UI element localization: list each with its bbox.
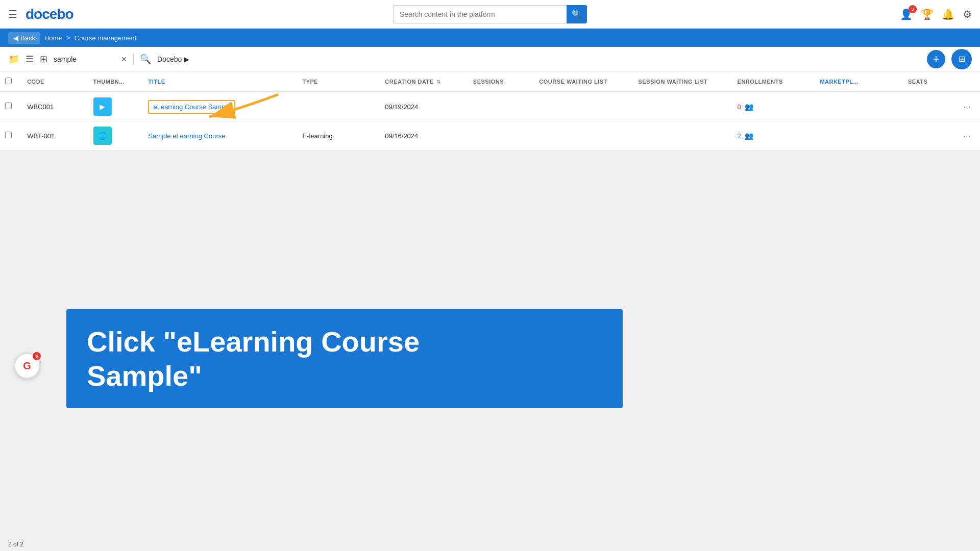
grid-icon: ⊞ [40,54,47,64]
table-row: WBT-001 🌐 Sample eLearning Course E-lear… [0,121,980,151]
cwl-cell [534,92,633,121]
course-title-link[interactable]: Sample eLearning Course [148,132,225,140]
user-badge: 0 [909,5,917,13]
row-checkbox[interactable] [5,103,12,109]
view-icon: ⊞ [959,54,965,64]
settings-icon-button[interactable]: ⚙ [963,8,972,20]
col-header-actions [958,71,980,92]
sort-icon: ⇅ [436,79,441,85]
col-header-course-waiting-list[interactable]: COURSE WAITING LIST [534,71,633,92]
grammarly-notification-badge: 6 [33,352,41,360]
select-all-checkbox[interactable] [5,78,12,84]
col-header-code[interactable]: CODE [22,71,88,92]
cwl-cell [534,121,633,151]
folder-icon-button[interactable]: 📁 [8,54,19,65]
row-more-button[interactable]: ··· [963,102,971,112]
filter-icon-button[interactable]: ☰ [26,54,34,65]
filter-icon: ☰ [26,54,34,64]
sessions-cell [468,121,534,151]
type-cell: E-learning [297,121,380,151]
search-input[interactable] [393,5,567,23]
swl-cell [633,92,732,121]
instruction-text: Click "eLearning CourseSample" [87,324,602,393]
search-icon: 🔍 [572,9,582,19]
play-icon: ▶ [100,103,105,111]
row-more-button[interactable]: ··· [963,131,971,141]
course-title-link[interactable]: eLearning Course Sample [148,100,235,114]
breadcrumb-bar: ◀ Back Home > Course management [0,29,980,47]
search-container: 🔍 [393,5,587,23]
pagination: 2 of 2 [0,538,980,551]
col-header-thumbnail[interactable]: THUMBN... [88,71,143,92]
toolbar: 📁 ☰ ⊞ ✕ 🔍 Docebo ▶ + ⊞ [0,47,980,71]
trophy-icon: 🏆 [921,9,934,20]
user-icon-button[interactable]: 👤 0 [900,8,913,20]
marketplace-cell [815,121,903,151]
notification-icon-button[interactable]: 🔔 [942,8,954,20]
logo: docebo [26,6,74,22]
search-button[interactable]: 🔍 [567,5,587,23]
code-cell: WBT-001 [22,121,88,151]
enrollment-count: 2 [738,132,741,140]
chevron-right-icon: ▶ [184,55,189,63]
sessions-cell [468,92,534,121]
creation-date-cell: 09/19/2024 [380,92,468,121]
nav-right: 👤 0 🏆 🔔 ⚙ [900,8,972,20]
group-icon: 👥 [745,132,753,140]
grammarly-icon: G [23,360,31,372]
marketplace-cell [815,92,903,121]
search-filter-icon: 🔍 [140,54,151,64]
col-header-enrollments[interactable]: ENROLLMENTS [732,71,815,92]
view-toggle-button[interactable]: ⊞ [951,49,972,69]
col-header-marketplace[interactable]: MARKETPL... [815,71,903,92]
grid-icon-button[interactable]: ⊞ [40,54,47,65]
instruction-box: Click "eLearning CourseSample" [66,309,623,408]
course-management-breadcrumb[interactable]: Course management [75,34,136,42]
col-header-sessions[interactable]: SESSIONS [468,71,534,92]
trophy-icon-button[interactable]: 🏆 [921,8,934,20]
grammarly-badge: G 6 [14,353,40,379]
col-header-title[interactable]: TITLE [143,71,297,92]
back-arrow-icon: ◀ [13,34,18,42]
title-cell[interactable]: eLearning Course Sample [143,92,297,121]
creation-date-cell: 09/16/2024 [380,121,468,151]
col-header-creation-date[interactable]: CREATION DATE ⇅ [380,71,468,92]
swl-cell [633,121,732,151]
enrollments-cell: 2 👥 [732,121,815,151]
course-thumbnail: ▶ [93,97,112,116]
main-content: 📁 ☰ ⊞ ✕ 🔍 Docebo ▶ + ⊞ [0,47,980,551]
home-breadcrumb[interactable]: Home [44,34,62,42]
clear-filter-button[interactable]: ✕ [121,54,127,64]
toolbar-divider [133,54,134,64]
bell-icon: 🔔 [942,9,954,20]
col-header-seats[interactable]: SEATS [903,71,958,92]
course-thumbnail: 🌐 [93,127,112,145]
seats-cell [903,92,958,121]
add-button[interactable]: + [927,50,945,68]
table-row: WBC001 ▶ eLearning Course Sample 09/19/2… [0,92,980,121]
breadcrumb-separator: > [66,34,70,42]
search-filter-icon-button[interactable]: 🔍 [140,54,151,65]
title-cell[interactable]: Sample eLearning Course [143,121,297,151]
group-icon: 👥 [745,103,753,111]
clear-icon: ✕ [121,55,127,63]
enrollments-cell: 0 👥 [732,92,815,121]
logo-text: docebo [26,6,74,22]
code-cell: WBC001 [22,92,88,121]
col-header-type[interactable]: TYPE [297,71,380,92]
table-container: CODE THUMBN... TITLE TYPE CREATION DATE [0,71,980,538]
folder-icon: 📁 [8,54,19,64]
docebo-filter[interactable]: Docebo ▶ [157,55,189,63]
hamburger-menu[interactable]: ☰ [8,8,17,20]
type-cell [297,92,380,121]
filter-search-input[interactable] [54,55,115,63]
table-header-row: CODE THUMBN... TITLE TYPE CREATION DATE [0,71,980,92]
back-button[interactable]: ◀ Back [8,32,40,44]
col-header-session-waiting-list[interactable]: SESSION WAITING LIST [633,71,732,92]
gear-icon: ⚙ [963,9,972,20]
courses-table: CODE THUMBN... TITLE TYPE CREATION DATE [0,71,980,151]
plus-icon: + [933,53,940,66]
row-checkbox[interactable] [5,132,12,138]
seats-cell [903,121,958,151]
enrollment-count: 0 [738,103,741,111]
